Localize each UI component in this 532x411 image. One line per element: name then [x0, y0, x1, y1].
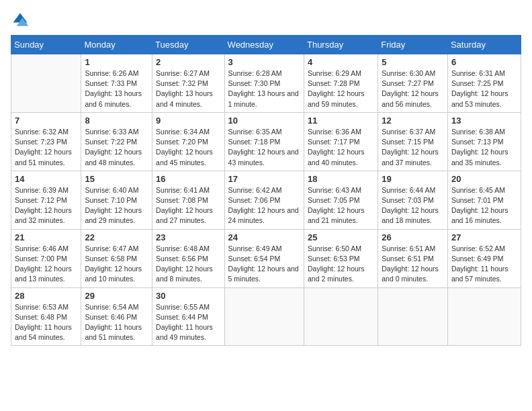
- calendar-table: SundayMondayTuesdayWednesdayThursdayFrid…: [11, 35, 521, 346]
- calendar-cell: 9 Sunrise: 6:34 AMSunset: 7:20 PMDayligh…: [152, 112, 224, 171]
- day-info: Sunrise: 6:28 AMSunset: 7:30 PMDaylight:…: [228, 68, 300, 109]
- day-number: 9: [156, 116, 220, 126]
- day-number: 25: [308, 232, 374, 242]
- weekday-header: Friday: [378, 36, 448, 54]
- calendar-cell: 17 Sunrise: 6:42 AMSunset: 7:06 PMDaylig…: [224, 171, 304, 229]
- calendar-cell: 15 Sunrise: 6:40 AMSunset: 7:10 PMDaylig…: [81, 171, 152, 229]
- day-number: 16: [156, 174, 220, 184]
- calendar-week-row: 7 Sunrise: 6:32 AMSunset: 7:23 PMDayligh…: [11, 112, 521, 171]
- calendar-cell: 20 Sunrise: 6:45 AMSunset: 7:01 PMDaylig…: [447, 171, 521, 229]
- day-number: 18: [308, 174, 374, 184]
- calendar-cell: 11 Sunrise: 6:36 AMSunset: 7:17 PMDaylig…: [304, 112, 378, 171]
- weekday-header: Sunday: [11, 36, 81, 54]
- calendar-cell: 21 Sunrise: 6:46 AMSunset: 7:00 PMDaylig…: [11, 229, 81, 287]
- calendar-cell: 24 Sunrise: 6:49 AMSunset: 6:54 PMDaylig…: [224, 229, 304, 287]
- day-number: 26: [382, 232, 444, 242]
- weekday-header: Monday: [81, 36, 152, 54]
- day-info: Sunrise: 6:42 AMSunset: 7:06 PMDaylight:…: [228, 185, 300, 226]
- day-info: Sunrise: 6:51 AMSunset: 6:51 PMDaylight:…: [382, 244, 444, 285]
- calendar-cell: [447, 287, 521, 346]
- calendar-cell: 29 Sunrise: 6:54 AMSunset: 6:46 PMDaylig…: [81, 287, 152, 346]
- calendar-cell: 10 Sunrise: 6:35 AMSunset: 7:18 PMDaylig…: [224, 112, 304, 171]
- day-number: 7: [15, 116, 77, 126]
- weekday-header: Wednesday: [224, 36, 304, 54]
- day-number: 28: [15, 291, 77, 301]
- calendar-cell: [304, 287, 378, 346]
- weekday-header: Tuesday: [152, 36, 224, 54]
- day-info: Sunrise: 6:37 AMSunset: 7:15 PMDaylight:…: [382, 127, 444, 168]
- weekday-header-row: SundayMondayTuesdayWednesdayThursdayFrid…: [11, 36, 521, 54]
- day-number: 24: [228, 232, 300, 242]
- day-info: Sunrise: 6:41 AMSunset: 7:08 PMDaylight:…: [156, 185, 220, 226]
- calendar-cell: 1 Sunrise: 6:26 AMSunset: 7:33 PMDayligh…: [81, 54, 152, 113]
- calendar-cell: 25 Sunrise: 6:50 AMSunset: 6:53 PMDaylig…: [304, 229, 378, 287]
- day-number: 10: [228, 116, 300, 126]
- calendar-cell: 16 Sunrise: 6:41 AMSunset: 7:08 PMDaylig…: [152, 171, 224, 229]
- weekday-header: Saturday: [447, 36, 521, 54]
- day-info: Sunrise: 6:48 AMSunset: 6:56 PMDaylight:…: [156, 244, 220, 285]
- day-number: 11: [308, 116, 374, 126]
- calendar-cell: 23 Sunrise: 6:48 AMSunset: 6:56 PMDaylig…: [152, 229, 224, 287]
- day-number: 1: [85, 57, 148, 67]
- day-info: Sunrise: 6:27 AMSunset: 7:32 PMDaylight:…: [156, 68, 220, 109]
- day-info: Sunrise: 6:38 AMSunset: 7:13 PMDaylight:…: [451, 127, 517, 168]
- day-info: Sunrise: 6:50 AMSunset: 6:53 PMDaylight:…: [308, 244, 374, 285]
- calendar-cell: 5 Sunrise: 6:30 AMSunset: 7:27 PMDayligh…: [378, 54, 448, 113]
- day-number: 22: [85, 232, 148, 242]
- calendar-cell: 13 Sunrise: 6:38 AMSunset: 7:13 PMDaylig…: [447, 112, 521, 171]
- calendar-cell: 22 Sunrise: 6:47 AMSunset: 6:58 PMDaylig…: [81, 229, 152, 287]
- day-number: 14: [15, 174, 77, 184]
- day-number: 5: [382, 57, 444, 67]
- day-info: Sunrise: 6:54 AMSunset: 6:46 PMDaylight:…: [85, 302, 148, 343]
- day-info: Sunrise: 6:36 AMSunset: 7:17 PMDaylight:…: [308, 127, 374, 168]
- day-number: 15: [85, 174, 148, 184]
- calendar-cell: 26 Sunrise: 6:51 AMSunset: 6:51 PMDaylig…: [378, 229, 448, 287]
- weekday-header: Thursday: [304, 36, 378, 54]
- day-number: 8: [85, 116, 148, 126]
- calendar-cell: 12 Sunrise: 6:37 AMSunset: 7:15 PMDaylig…: [378, 112, 448, 171]
- day-number: 13: [451, 116, 517, 126]
- calendar-cell: 2 Sunrise: 6:27 AMSunset: 7:32 PMDayligh…: [152, 54, 224, 113]
- day-info: Sunrise: 6:35 AMSunset: 7:18 PMDaylight:…: [228, 127, 300, 168]
- day-info: Sunrise: 6:30 AMSunset: 7:27 PMDaylight:…: [382, 68, 444, 109]
- day-info: Sunrise: 6:43 AMSunset: 7:05 PMDaylight:…: [308, 185, 374, 226]
- day-info: Sunrise: 6:49 AMSunset: 6:54 PMDaylight:…: [228, 244, 300, 285]
- day-info: Sunrise: 6:46 AMSunset: 7:00 PMDaylight:…: [15, 244, 77, 285]
- day-info: Sunrise: 6:53 AMSunset: 6:48 PMDaylight:…: [15, 302, 77, 343]
- calendar-cell: 19 Sunrise: 6:44 AMSunset: 7:03 PMDaylig…: [378, 171, 448, 229]
- calendar-cell: 14 Sunrise: 6:39 AMSunset: 7:12 PMDaylig…: [11, 171, 81, 229]
- day-info: Sunrise: 6:34 AMSunset: 7:20 PMDaylight:…: [156, 127, 220, 168]
- calendar-cell: 4 Sunrise: 6:29 AMSunset: 7:28 PMDayligh…: [304, 54, 378, 113]
- calendar-week-row: 1 Sunrise: 6:26 AMSunset: 7:33 PMDayligh…: [11, 54, 521, 113]
- day-info: Sunrise: 6:32 AMSunset: 7:23 PMDaylight:…: [15, 127, 77, 168]
- day-info: Sunrise: 6:26 AMSunset: 7:33 PMDaylight:…: [85, 68, 148, 109]
- calendar-week-row: 28 Sunrise: 6:53 AMSunset: 6:48 PMDaylig…: [11, 287, 521, 346]
- day-info: Sunrise: 6:29 AMSunset: 7:28 PMDaylight:…: [308, 68, 374, 109]
- calendar-cell: 27 Sunrise: 6:52 AMSunset: 6:49 PMDaylig…: [447, 229, 521, 287]
- day-info: Sunrise: 6:39 AMSunset: 7:12 PMDaylight:…: [15, 185, 77, 226]
- day-info: Sunrise: 6:44 AMSunset: 7:03 PMDaylight:…: [382, 185, 444, 226]
- calendar-cell: 28 Sunrise: 6:53 AMSunset: 6:48 PMDaylig…: [11, 287, 81, 346]
- day-info: Sunrise: 6:47 AMSunset: 6:58 PMDaylight:…: [85, 244, 148, 285]
- calendar-cell: [11, 54, 81, 113]
- day-info: Sunrise: 6:55 AMSunset: 6:44 PMDaylight:…: [156, 302, 220, 343]
- calendar-cell: 7 Sunrise: 6:32 AMSunset: 7:23 PMDayligh…: [11, 112, 81, 171]
- day-number: 17: [228, 174, 300, 184]
- calendar-cell: [378, 287, 448, 346]
- day-number: 19: [382, 174, 444, 184]
- day-info: Sunrise: 6:40 AMSunset: 7:10 PMDaylight:…: [85, 185, 148, 226]
- day-number: 4: [308, 57, 374, 67]
- day-number: 6: [451, 57, 517, 67]
- day-number: 20: [451, 174, 517, 184]
- calendar-cell: 18 Sunrise: 6:43 AMSunset: 7:05 PMDaylig…: [304, 171, 378, 229]
- day-number: 29: [85, 291, 148, 301]
- day-number: 27: [451, 232, 517, 242]
- logo: [11, 11, 32, 30]
- day-info: Sunrise: 6:45 AMSunset: 7:01 PMDaylight:…: [451, 185, 517, 226]
- calendar-week-row: 14 Sunrise: 6:39 AMSunset: 7:12 PMDaylig…: [11, 171, 521, 229]
- day-number: 12: [382, 116, 444, 126]
- calendar-cell: 8 Sunrise: 6:33 AMSunset: 7:22 PMDayligh…: [81, 112, 152, 171]
- day-info: Sunrise: 6:52 AMSunset: 6:49 PMDaylight:…: [451, 244, 517, 285]
- calendar-cell: 6 Sunrise: 6:31 AMSunset: 7:25 PMDayligh…: [447, 54, 521, 113]
- logo-icon: [11, 11, 30, 30]
